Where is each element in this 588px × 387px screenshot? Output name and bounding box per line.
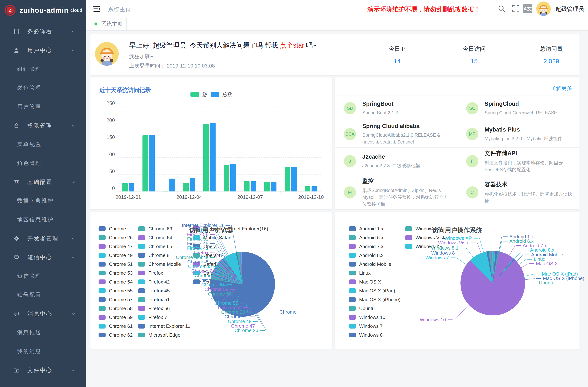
tech-desc: Spring Cloud Greenwich.RELEASE: [485, 109, 557, 116]
sidebar-subitem[interactable]: 组织管理: [0, 60, 86, 79]
logo[interactable]: Z zuihou-admin cloud: [0, 0, 86, 21]
legend-item[interactable]: Android Mobile: [349, 260, 400, 268]
sidebar-item-3[interactable]: 权限管理: [0, 116, 86, 135]
bar-总数-2019-12-04: [190, 178, 195, 191]
legend-swatch: [349, 280, 356, 284]
bar-总数-2019-12-08: [271, 182, 276, 191]
sidebar-item-8[interactable]: 文件中心: [0, 361, 86, 380]
tech-desc: Spring Boot 2.1.2: [362, 109, 398, 116]
sidebar-subitem[interactable]: 我的消息: [0, 342, 86, 361]
legend-item[interactable]: Windows 7: [349, 322, 400, 330]
tech-card: 了解更多 SBSpringBootSpring Boot 2.1.2SCSpri…: [335, 78, 580, 209]
legend-swatch[interactable]: [190, 92, 199, 97]
fullscreen-icon[interactable]: [512, 4, 520, 13]
x-axis-label: 2019-12-01: [116, 194, 141, 200]
legend-item[interactable]: Android 1.x: [349, 224, 400, 233]
bar-总数-2019-12-09: [291, 167, 297, 191]
tab-home[interactable]: 系统主页: [86, 18, 126, 30]
sidebar-item-1[interactable]: 务必详看: [0, 22, 86, 41]
sidebar-subitem[interactable]: 岗位管理: [0, 79, 86, 97]
legend-swatch: [349, 324, 356, 328]
legend-item[interactable]: Windows 8: [349, 330, 400, 339]
sidebar-subitem[interactable]: 消息推送: [0, 323, 86, 342]
legend-swatch: [349, 333, 356, 337]
tech-badge: F: [466, 155, 478, 167]
sidebar-menu: 务必详看用户中心组织管理岗位管理用户管理权限管理菜单配置角色管理基础配置数据字典…: [0, 22, 86, 380]
legend-item[interactable]: Mac OS X: [349, 277, 400, 286]
legend-label[interactable]: 您: [202, 91, 207, 98]
tech-title: J2cache: [362, 153, 420, 160]
y-axis-label: 50: [109, 168, 115, 174]
tech-title: 容器技术: [485, 181, 573, 188]
sidebar-subitem[interactable]: 角色管理: [0, 154, 86, 173]
os-chart-title: 访问用户操作系统: [432, 226, 483, 235]
tech-title: 监控: [362, 177, 451, 185]
folder-icon: [13, 367, 20, 373]
legend-label[interactable]: 总数: [222, 91, 232, 98]
sidebar-item-7[interactable]: 消息中心: [0, 304, 86, 323]
tech-title: SpringBoot: [362, 101, 398, 107]
sidebar-subitem[interactable]: 地区信息维护: [0, 210, 86, 229]
sidebar-subitem[interactable]: 菜单配置: [0, 135, 86, 154]
bar-您-2019-12-07: [244, 181, 250, 191]
menu-fold-icon[interactable]: [93, 5, 101, 13]
sidebar-item-label: 权限管理: [27, 122, 52, 129]
app-root: Z zuihou-admin cloud 务必详看用户中心组织管理岗位管理用户管…: [0, 0, 588, 387]
legend-label: Mac OS X (iPad): [359, 288, 395, 294]
sidebar-item-6[interactable]: 短信中心: [0, 248, 86, 267]
tech-badge: MP: [466, 128, 478, 140]
breadcrumb[interactable]: 系统主页: [108, 5, 131, 13]
star-link[interactable]: 点个star: [280, 41, 304, 49]
bar-您-2019-12-01: [122, 183, 128, 191]
stat-value: 15: [463, 58, 485, 65]
greeting-text: 早上好, 超级管理员, 今天帮别人解决问题了吗 帮我 点个star 吧~: [129, 41, 316, 50]
sidebar-subitem[interactable]: 数据字典维护: [0, 191, 86, 210]
pie-label-Mac OS X: Mac OS X: [529, 261, 558, 266]
book-icon: [13, 28, 20, 35]
logo-suffix: cloud: [70, 8, 82, 13]
tech-badge: M: [344, 186, 356, 199]
tech-desc: SpringCloudAlibaba2.1.0.RELEASE & nacos …: [362, 132, 451, 145]
current-user[interactable]: 超级管理员: [556, 5, 584, 13]
bar-您-2019-12-02: [143, 135, 148, 191]
legend-label: Mac OS X: [359, 279, 381, 285]
gridline: [118, 157, 321, 158]
tech-desc: 集成SpringBootAdmin、Zipkin、Redis、Mysql、定时任…: [362, 187, 451, 207]
sidebar-item-4[interactable]: 基础配置: [0, 173, 86, 191]
user-icon: [13, 47, 20, 54]
search-icon[interactable]: [497, 4, 506, 13]
bar-总数-2019-12-06: [230, 164, 236, 191]
legend-item[interactable]: Mac OS X (iPad): [349, 286, 400, 295]
tech-cell-SpringBoot: SBSpringBootSpring Boot 2.1.2: [335, 96, 457, 121]
chevron-down-icon: [71, 368, 75, 373]
legend-swatch[interactable]: [210, 92, 219, 97]
legend-item[interactable]: Ubuntu: [349, 304, 400, 313]
sidebar-subitem[interactable]: 账号配置: [0, 285, 86, 304]
avatar[interactable]: [536, 1, 551, 16]
sidebar-subitem[interactable]: 用户管理: [0, 97, 86, 116]
bar-总数-2019-12-01: [129, 183, 134, 191]
tech-desc: Mybatis-plus 3.2.0：Mybatis 增强组件: [485, 135, 562, 142]
pie-label-Ubuntu: Ubuntu: [532, 280, 554, 286]
tech-badge: J: [344, 155, 356, 167]
legend-item[interactable]: Linux: [349, 268, 400, 277]
y-axis-label: 0: [112, 185, 115, 191]
sidebar-item-2[interactable]: 用户中心: [0, 41, 86, 60]
pie-label-Chrome: Chrome: [273, 309, 296, 315]
greeting-subtitle: 疯狂加班~: [129, 53, 153, 60]
bar-您-2019-12-09: [285, 167, 290, 191]
tech-cell-SpringCloud: SCSpringCloudSpring Cloud Greenwich.RELE…: [457, 96, 580, 121]
pie-label-Windows Vista: Windows Vista: [335, 240, 476, 246]
translate-icon[interactable]: A文: [523, 4, 532, 13]
sidebar-item-label: 基础配置: [27, 178, 52, 186]
sidebar-item-5[interactable]: 开发者管理: [0, 229, 86, 248]
legend-item[interactable]: Mac OS X (iPhone): [349, 295, 400, 304]
learn-more-link[interactable]: 了解更多: [551, 84, 572, 92]
gear-icon: [13, 235, 20, 242]
sidebar-subitem[interactable]: 短信管理: [0, 267, 86, 285]
user-avatar: [95, 42, 119, 66]
stat-1: 今日IP14: [389, 45, 405, 65]
stat-label: 今日访问: [463, 45, 485, 53]
legend-label: Windows 7: [359, 323, 383, 329]
tech-title: SpringCloud: [485, 101, 557, 107]
